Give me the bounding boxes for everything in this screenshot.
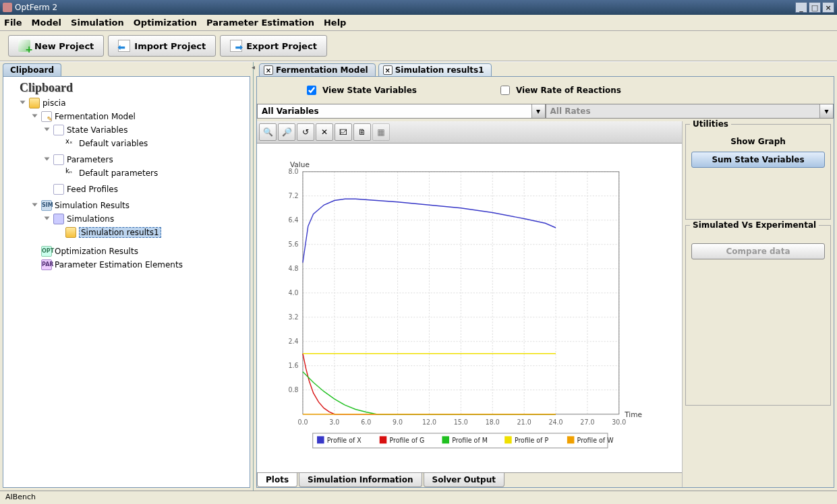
export-chart-button[interactable]: 🗎 [353, 123, 371, 141]
chart-settings-button[interactable]: 🗠 [335, 123, 352, 141]
new-project-button[interactable]: New Project [8, 35, 104, 57]
tree-label: Parameter Estimation Elements [55, 260, 183, 270]
zoom-in-button[interactable]: 🔍 [259, 123, 277, 141]
tree-node-fermentation-model[interactable]: Fermentation Model [32, 111, 246, 122]
chevron-down-icon[interactable]: ▾ [531, 104, 545, 118]
tab-simulation-results1[interactable]: × Simulation results1 [378, 63, 492, 77]
view-rate-reactions-label: View Rate of Reactions [516, 86, 621, 95]
model-icon [41, 111, 52, 122]
utilities-group: Utilities Show Graph Sum State Variables [685, 124, 831, 220]
body: Clipboard Clipboard piscia [0, 61, 837, 491]
tree-node-feed-profiles[interactable]: Feed Profiles [44, 184, 246, 195]
tree-node-simulation-results1[interactable]: Simulation results1 [56, 227, 246, 238]
variables-select[interactable]: All Variables ▾ [257, 104, 546, 119]
view-state-variables-label: View State Variables [322, 86, 417, 95]
menu-simulation[interactable]: Simulation [71, 18, 124, 28]
svg-text:Profile of M: Profile of M [452, 437, 488, 444]
sum-state-variables-button[interactable]: Sum State Variables [691, 152, 825, 168]
tree-label: State Variables [67, 125, 127, 135]
title-bar: OptFerm 2 _ □ × [0, 0, 837, 15]
maximize-button[interactable]: □ [809, 2, 821, 13]
svg-text:Value: Value [290, 160, 310, 169]
svg-text:4.0: 4.0 [289, 289, 299, 296]
tree-node-optimization-results[interactable]: OPT Optimization Results [32, 246, 246, 257]
export-project-label: Export Project [246, 41, 317, 51]
tree-toggle-icon[interactable] [32, 113, 38, 120]
doc-icon [53, 125, 64, 135]
tree-label: Default variables [79, 139, 148, 148]
rates-select-value: All Rates [546, 104, 820, 118]
svg-text:1.6: 1.6 [289, 362, 299, 369]
new-project-label: New Project [34, 41, 94, 51]
menu-file[interactable]: File [4, 18, 22, 28]
status-bar: AIBench [0, 491, 837, 504]
view-state-variables-input[interactable] [307, 86, 316, 95]
tree-toggle-icon[interactable] [44, 216, 51, 222]
tab-solver-output[interactable]: Solver Output [424, 473, 504, 487]
minimize-button[interactable]: _ [795, 2, 807, 13]
svg-text:Profile of X: Profile of X [327, 437, 362, 444]
window-title: OptFerm 2 [15, 3, 57, 12]
svg-text:24.0: 24.0 [548, 418, 562, 426]
reset-zoom-button[interactable]: ↺ [297, 123, 314, 141]
menu-optimization[interactable]: Optimization [134, 18, 197, 28]
tab-plots[interactable]: Plots [257, 473, 297, 487]
svg-text:6.0: 6.0 [361, 418, 371, 426]
tree-node-piscia[interactable]: piscia [20, 98, 246, 108]
tree-toggle-icon[interactable] [44, 156, 51, 163]
svg-text:Time: Time [624, 410, 642, 419]
svg-rect-52 [504, 436, 512, 443]
app-icon [3, 3, 12, 12]
show-graph-label: Show Graph [691, 137, 825, 146]
svg-rect-48 [380, 436, 387, 443]
tree-node-parameters[interactable]: Parameters [44, 154, 246, 165]
tree-toggle-icon[interactable] [44, 127, 51, 133]
menu-bar: File Model Simulation Optimization Param… [0, 15, 837, 31]
svg-text:3.2: 3.2 [289, 313, 299, 321]
view-state-variables-checkbox[interactable]: View State Variables [304, 84, 417, 97]
tree-label: Simulation Results [55, 201, 129, 210]
sidebar-tab-clipboard[interactable]: Clipboard [3, 63, 61, 76]
tree-label: Parameters [67, 155, 113, 164]
crosshair-button[interactable]: ✕ [316, 123, 333, 141]
svg-text:12.0: 12.0 [422, 418, 436, 426]
tab-close-icon[interactable]: × [264, 65, 273, 75]
menu-parameter-estimation[interactable]: Parameter Estimation [206, 18, 314, 28]
project-tree: piscia Fermentation Model [7, 96, 246, 274]
tab-fermentation-model[interactable]: × Fermentation Model [259, 63, 376, 77]
splitter[interactable] [254, 62, 256, 491]
tab-simulation-information[interactable]: Simulation Information [299, 473, 422, 487]
tree-node-default-parameters[interactable]: kₙ Default parameters [56, 168, 246, 179]
params-icon: kₙ [65, 168, 76, 179]
sidebar-panel: Clipboard piscia [3, 76, 250, 488]
tab-close-icon[interactable]: × [383, 65, 393, 75]
svg-text:5.6: 5.6 [289, 241, 299, 248]
svg-text:Profile of G: Profile of G [389, 437, 424, 444]
tree-node-state-variables[interactable]: State Variables [44, 125, 246, 135]
variables-select-value: All Variables [258, 104, 531, 118]
tree-node-default-variables[interactable]: xₓ Default variables [56, 138, 246, 149]
menu-model[interactable]: Model [32, 18, 61, 28]
import-project-button[interactable]: Import Project [108, 35, 216, 57]
svg-text:4.8: 4.8 [289, 265, 299, 272]
tree-node-param-est-elements[interactable]: PAR Parameter Estimation Elements [32, 259, 246, 270]
view-rate-reactions-checkbox[interactable]: View Rate of Reactions [498, 84, 621, 97]
new-icon [18, 40, 30, 52]
zoom-out-button[interactable]: 🔎 [278, 123, 295, 141]
tree-node-simulations[interactable]: Simulations [44, 214, 246, 224]
tree-node-simulation-results[interactable]: SIM Simulation Results [32, 200, 246, 211]
view-rate-reactions-input[interactable] [500, 86, 510, 95]
result-tabs: Plots Simulation Information Solver Outp… [257, 472, 682, 487]
grid-button[interactable]: ▦ [372, 123, 390, 141]
svg-text:18.0: 18.0 [486, 418, 500, 426]
clipboard-header: Clipboard [20, 81, 246, 95]
menu-help[interactable]: Help [324, 18, 346, 28]
status-text: AIBench [5, 493, 36, 501]
export-project-button[interactable]: Export Project [220, 35, 327, 57]
close-button[interactable]: × [822, 2, 834, 13]
tree-toggle-icon[interactable] [32, 202, 38, 209]
sidebar: Clipboard Clipboard piscia [0, 62, 254, 491]
tree-toggle-icon[interactable] [20, 100, 26, 106]
tree-label: Default parameters [79, 168, 158, 178]
compare-data-button[interactable]: Compare data [691, 243, 825, 259]
